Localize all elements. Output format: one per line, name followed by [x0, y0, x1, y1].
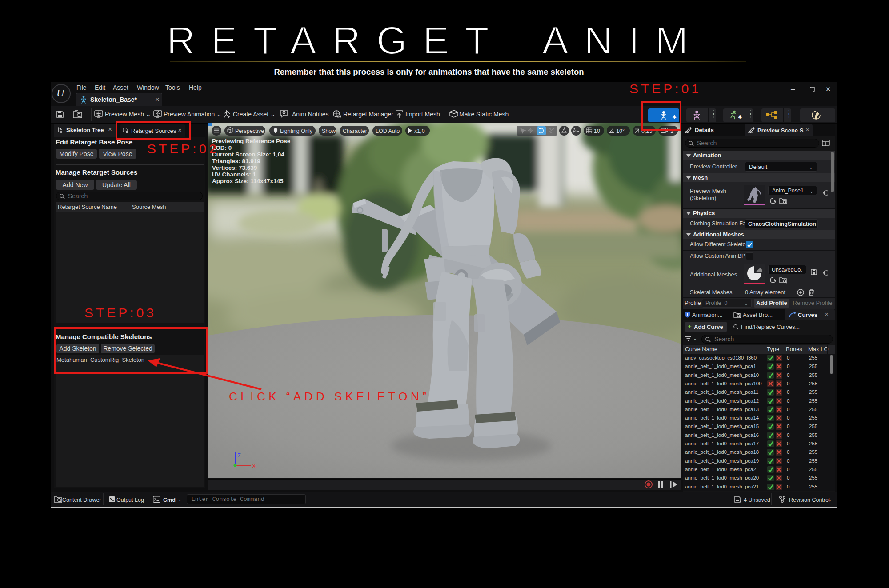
svg-text:Lighting Only: Lighting Only [280, 128, 313, 134]
svg-text:10: 10 [594, 128, 600, 134]
svg-text:10°: 10° [616, 128, 625, 134]
svg-text:Z: Z [237, 452, 241, 459]
svg-text:Show: Show [322, 128, 336, 134]
svg-text:x1,0: x1,0 [414, 128, 425, 134]
svg-text:UV Channels: 1: UV Channels: 1 [212, 171, 256, 178]
svg-text:LOD Auto: LOD Auto [376, 128, 400, 134]
svg-text:Previewing Reference Pose: Previewing Reference Pose [212, 138, 291, 144]
svg-text:X: X [252, 463, 256, 469]
svg-text:Triangles: 81.919: Triangles: 81.919 [212, 158, 260, 164]
svg-text:Perspective: Perspective [235, 128, 264, 134]
svg-text:Current Screen Size: 1,04: Current Screen Size: 1,04 [212, 151, 284, 158]
svg-text:Approx Size: 114x47x145: Approx Size: 114x47x145 [212, 178, 284, 184]
svg-text:Vertices: 73.639: Vertices: 73.639 [212, 164, 257, 171]
svg-text:Character: Character [343, 128, 367, 134]
